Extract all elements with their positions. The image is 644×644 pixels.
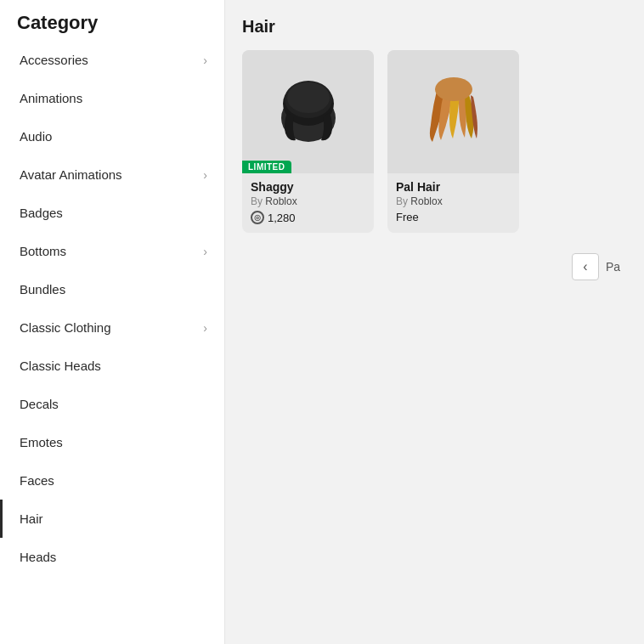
sidebar-item-animations[interactable]: Animations: [0, 79, 224, 117]
item-info-shaggy: ShaggyBy Roblox◎1,280: [242, 173, 374, 233]
creator-name: Roblox: [265, 195, 297, 207]
item-creator: By Roblox: [251, 195, 365, 207]
item-image-shaggy: LIMITED: [242, 50, 374, 173]
item-creator: By Roblox: [396, 195, 511, 207]
sidebar-item-label: Faces: [20, 473, 54, 488]
svg-point-4: [435, 77, 472, 101]
sidebar-item-bundles[interactable]: Bundles: [0, 270, 224, 308]
item-price: ◎1,280: [251, 211, 365, 224]
sidebar-item-heads[interactable]: Heads: [0, 538, 224, 576]
sidebar-item-label: Bottoms: [20, 244, 66, 258]
sidebar-item-label: Heads: [20, 550, 56, 564]
by-label: By: [251, 195, 265, 207]
chevron-right-icon: ›: [203, 54, 207, 67]
sidebar-title: Category: [17, 12, 207, 34]
sidebar-item-badges[interactable]: Badges: [0, 194, 224, 232]
sidebar-item-label: Audio: [20, 129, 52, 144]
pagination-text: Pa: [606, 260, 620, 274]
sidebar-item-audio[interactable]: Audio: [0, 117, 224, 155]
items-grid: LIMITEDShaggyBy Roblox◎1,280 Pal HairBy …: [242, 50, 627, 233]
item-card-pal-hair[interactable]: Pal HairBy RobloxFree: [387, 50, 519, 233]
chevron-right-icon: ›: [203, 321, 207, 335]
by-label: By: [396, 195, 410, 207]
sidebar-item-label: Hair: [20, 511, 43, 526]
sidebar-item-label: Badges: [20, 206, 63, 220]
sidebar-item-faces[interactable]: Faces: [0, 461, 224, 500]
sidebar-item-decals[interactable]: Decals: [0, 385, 224, 423]
sidebar-item-label: Animations: [20, 91, 82, 105]
sidebar-item-avatar-animations[interactable]: Avatar Animations›: [0, 155, 224, 194]
sidebar-item-classic-heads[interactable]: Classic Heads: [0, 347, 224, 385]
sidebar-item-label: Classic Heads: [20, 359, 101, 373]
sidebar-item-accessories[interactable]: Accessories›: [0, 41, 224, 79]
sidebar-item-label: Bundles: [20, 282, 65, 297]
chevron-right-icon: ›: [203, 245, 207, 258]
creator-name: Roblox: [410, 195, 442, 207]
pagination-area: ‹ Pa: [242, 253, 627, 280]
item-info-pal-hair: Pal HairBy RobloxFree: [387, 173, 519, 232]
sidebar-item-label: Avatar Animations: [20, 167, 122, 182]
limited-badge: LIMITED: [242, 161, 291, 173]
sidebar-item-label: Decals: [20, 397, 59, 411]
sidebar-item-label: Accessories: [20, 53, 88, 67]
svg-point-3: [287, 82, 330, 113]
sidebar-item-emotes[interactable]: Emotes: [0, 423, 224, 461]
item-price-free: Free: [396, 211, 511, 223]
item-image-pal-hair: [387, 50, 519, 173]
chevron-right-icon: ›: [203, 168, 207, 182]
item-name: Pal Hair: [396, 180, 511, 194]
item-name: Shaggy: [251, 180, 365, 194]
sidebar-item-label: Classic Clothing: [20, 320, 111, 335]
section-title: Hair: [242, 17, 627, 37]
main-content: Hair LIMITEDShaggyBy Roblox◎1,280 Pal Ha…: [225, 0, 644, 644]
sidebar-items-container: Accessories›AnimationsAudioAvatar Animat…: [0, 41, 224, 576]
sidebar-item-bottoms[interactable]: Bottoms›: [0, 232, 224, 270]
robux-icon: ◎: [251, 211, 264, 224]
sidebar: Category Accessories›AnimationsAudioAvat…: [0, 0, 225, 644]
price-value: 1,280: [268, 212, 296, 224]
sidebar-header: Category: [0, 0, 224, 41]
pagination-prev-button[interactable]: ‹: [572, 253, 599, 280]
sidebar-item-classic-clothing[interactable]: Classic Clothing›: [0, 308, 224, 347]
sidebar-item-label: Emotes: [20, 435, 63, 449]
item-card-shaggy[interactable]: LIMITEDShaggyBy Roblox◎1,280: [242, 50, 374, 233]
sidebar-item-hair[interactable]: Hair: [0, 500, 224, 538]
